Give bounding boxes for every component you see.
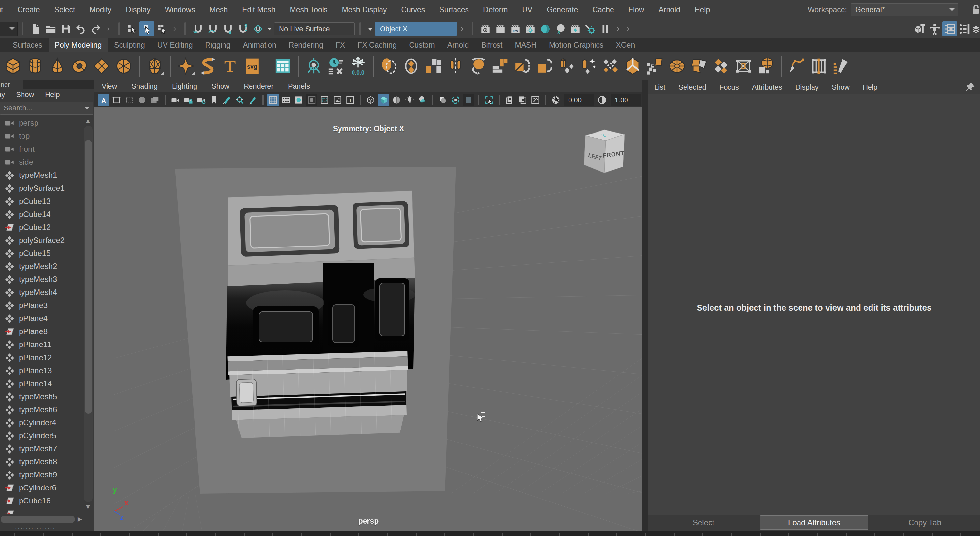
modeling-toolkit-window-shelf[interactable] <box>273 56 293 76</box>
unfold-uv-shelf[interactable] <box>645 56 665 76</box>
poly-cone-shelf[interactable] <box>48 56 67 76</box>
camera-model[interactable] <box>226 191 415 438</box>
select-by-object-button[interactable] <box>140 22 154 36</box>
poly-cube-shelf[interactable] <box>3 56 23 76</box>
menu-item-select[interactable]: Select <box>54 6 75 14</box>
outliner-item-typeMesh9[interactable]: typeMesh9 <box>0 468 94 481</box>
menu-item-uv[interactable]: UV <box>522 6 532 14</box>
viewport-menu-panels[interactable]: Panels <box>288 82 310 90</box>
shelf-tab-motion-graphics[interactable]: Motion Graphics <box>543 38 609 52</box>
outliner-item-typeMesh2[interactable]: typeMesh2 <box>0 260 94 273</box>
outliner-item-pPlane14[interactable]: pPlane14 <box>0 377 94 390</box>
new-scene-button[interactable] <box>29 22 43 36</box>
shelf-tab-xgen[interactable]: XGen <box>609 38 641 52</box>
field-chart-button[interactable]: T <box>344 94 356 106</box>
menu-item-mesh[interactable]: Mesh <box>210 6 228 14</box>
duplicate-layout-button[interactable] <box>517 94 528 106</box>
shadows-toggle[interactable] <box>416 94 428 106</box>
fit-resolution-gate-button[interactable] <box>110 94 122 106</box>
outliner-item-pCube16[interactable]: pCube16 <box>0 494 94 507</box>
select-by-component-button[interactable] <box>154 22 169 36</box>
attribute-menu-display[interactable]: Display <box>795 83 819 92</box>
menu-item-create[interactable]: Create <box>18 6 40 14</box>
menu-item-flow[interactable]: Flow <box>628 6 644 14</box>
menu-item-modify[interactable]: Modify <box>89 6 111 14</box>
outliner-item-polySurface2[interactable]: polySurface2 <box>0 234 94 247</box>
snap-to-grid-button[interactable] <box>191 22 205 36</box>
shelf-tab-mash[interactable]: MASH <box>509 38 542 52</box>
viewport-menu-show[interactable]: Show <box>212 82 229 90</box>
menu-item-mesh-display[interactable]: Mesh Display <box>342 6 387 14</box>
separate-shelf[interactable] <box>401 56 421 76</box>
workspace-dropdown[interactable]: General* <box>851 3 958 16</box>
outliner-item-typeMesh6[interactable]: typeMesh6 <box>0 403 94 416</box>
time-slider[interactable] <box>0 531 980 536</box>
scrollbar-thumb[interactable] <box>1 516 75 523</box>
flyout-arrow-icon[interactable] <box>460 24 465 35</box>
shelf-tab-uv-editing[interactable]: UV Editing <box>151 38 199 52</box>
revolve-shelf[interactable] <box>468 56 487 76</box>
retopologize-shelf[interactable] <box>512 56 532 76</box>
shelf-tab-animation[interactable]: Animation <box>237 38 282 52</box>
outliner-item-typeMesh7[interactable]: typeMesh7 <box>0 442 94 455</box>
menu-item-cache[interactable]: Cache <box>592 6 614 14</box>
render-current-frame-button[interactable] <box>493 22 508 36</box>
snap-to-axis-button[interactable] <box>235 22 251 36</box>
fill-hole-shelf[interactable] <box>689 56 709 76</box>
modeling-toolkit-toggle[interactable] <box>912 22 927 36</box>
pause-viewport-button[interactable] <box>598 22 613 36</box>
motion-blur-toggle[interactable] <box>450 94 461 106</box>
outliner-vertical-scrollbar[interactable]: ▲ ▼ <box>84 117 92 511</box>
outliner-item-top[interactable]: top <box>0 130 94 143</box>
light-editor-button[interactable] <box>583 22 598 36</box>
dolly-region-button[interactable] <box>124 94 135 106</box>
outliner-item-pCylinder4[interactable]: pCylinder4 <box>0 416 94 429</box>
scroll-right-icon[interactable]: ▶ <box>78 515 82 523</box>
exposure-value[interactable]: 0.00 <box>564 94 594 106</box>
lattice-shelf[interactable] <box>734 56 753 76</box>
flyout-arrow-icon[interactable] <box>616 24 620 35</box>
helix-shelf[interactable] <box>198 56 218 76</box>
open-scene-button[interactable] <box>43 22 58 36</box>
outliner-menu-help[interactable]: Help <box>45 90 60 99</box>
outliner-item-typeMesh5[interactable]: typeMesh5 <box>0 390 94 403</box>
ipr-render-button[interactable]: IPR <box>508 22 523 36</box>
menu-item-help[interactable]: Help <box>695 6 710 14</box>
load-attributes-button[interactable]: Load Attributes <box>760 515 869 530</box>
pin-icon[interactable] <box>965 82 975 92</box>
viewport-panel[interactable]: ViewShadingLightingShowRendererPanels AT… <box>94 80 643 531</box>
channel-box-toggle[interactable] <box>972 22 980 36</box>
scrollbar-thumb[interactable] <box>85 140 92 414</box>
duplicate-view-button[interactable] <box>504 94 515 106</box>
extract-shelf[interactable] <box>423 56 443 76</box>
zero-transforms-shelf[interactable]: 0,0,0 <box>348 56 368 76</box>
outliner-item-persp[interactable]: persp <box>0 117 94 130</box>
resolution-gate-button[interactable] <box>293 94 305 106</box>
render-setup-button[interactable]: x <box>553 22 568 36</box>
outliner-search-input[interactable]: Search... <box>0 101 93 115</box>
lock-camera-button[interactable] <box>183 94 194 106</box>
outliner-item-pPlane11[interactable]: pPlane11 <box>0 338 94 351</box>
crease-tool-shelf[interactable] <box>787 56 807 76</box>
menu-item-curves[interactable]: Curves <box>401 6 425 14</box>
outliner-item-pPlane12[interactable]: pPlane12 <box>0 351 94 364</box>
panel-divider[interactable] <box>643 80 648 531</box>
menu-item-windows[interactable]: Windows <box>165 6 195 14</box>
attribute-menu-list[interactable]: List <box>654 83 665 92</box>
poly-plane-shelf[interactable] <box>92 56 111 76</box>
wireframe-mode-button[interactable] <box>365 94 377 106</box>
safe-action-button[interactable] <box>319 94 330 106</box>
panel-drag-handle[interactable]: ····················· <box>15 528 54 530</box>
viewport-menu-view[interactable]: View <box>102 82 117 90</box>
reduce-shelf[interactable] <box>534 56 554 76</box>
outliner-tab[interactable]: ner <box>0 80 23 89</box>
extrude-shelf[interactable] <box>623 56 643 76</box>
bookmark-view-button[interactable] <box>208 94 220 106</box>
outliner-item-pPlane8[interactable]: pPlane8 <box>0 325 94 338</box>
circularize-shelf[interactable] <box>667 56 687 76</box>
use-all-lights-button[interactable] <box>404 94 415 106</box>
menu-item-deform[interactable]: Deform <box>483 6 508 14</box>
scroll-down-icon[interactable]: ▼ <box>85 503 91 511</box>
flyout-arrow-icon[interactable] <box>626 24 631 35</box>
snap-to-curve-button[interactable] <box>205 22 221 36</box>
